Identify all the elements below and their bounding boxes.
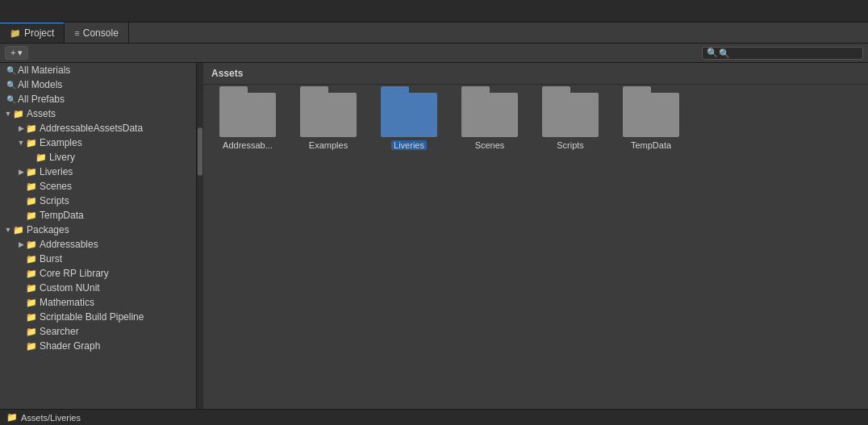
tree-scripts[interactable]: 📁 Scripts — [0, 194, 196, 208]
status-folder-icon: 📁 — [6, 412, 18, 423]
left-scroll-thumb — [198, 127, 202, 176]
mathematics-folder-icon: 📁 — [26, 298, 37, 308]
right-header: Assets — [203, 63, 868, 85]
all-materials-item[interactable]: 🔍 All Materials — [0, 63, 196, 77]
tree-shader-graph[interactable]: 📁 Shader Graph — [0, 339, 196, 353]
all-models-item[interactable]: 🔍 All Models — [0, 77, 196, 92]
scriptable-build-label: Scriptable Build Pipeline — [40, 311, 144, 323]
custom-nunit-folder-icon: 📁 — [26, 283, 37, 294]
toolbar: + ▾ 🔍 — [0, 44, 868, 63]
tree-custom-nunit[interactable]: 📁 Custom NUnit — [0, 281, 196, 295]
preview-bar — [0, 0, 868, 23]
liveries-folder-icon: 📁 — [26, 167, 37, 177]
asset-examples[interactable]: Examples — [292, 93, 365, 150]
examples-folder-3d — [300, 93, 357, 137]
tempdata-label: TempData — [40, 210, 84, 221]
addressables-pkg-arrow — [16, 240, 26, 248]
all-prefabs-item[interactable]: 🔍 All Prefabs — [0, 92, 196, 106]
scripts-folder-3d — [542, 93, 599, 137]
search-input[interactable] — [702, 47, 863, 60]
tree-burst[interactable]: 📁 Burst — [0, 252, 196, 266]
all-materials-label: All Materials — [18, 65, 70, 76]
tab-project[interactable]: 📁 Project — [0, 23, 65, 43]
examples-folder-icon: 📁 — [26, 138, 37, 148]
status-bar: 📁 Assets/Liveries — [0, 409, 868, 425]
tree-packages[interactable]: 📁 Packages — [0, 223, 196, 237]
console-tab-icon: ≡ — [74, 28, 79, 38]
liveries-asset-label: Liveries — [391, 140, 427, 150]
tree-livery[interactable]: 📁 Livery — [0, 150, 196, 165]
asset-scenes[interactable]: Scenes — [453, 93, 526, 150]
tree-core-rp[interactable]: 📁 Core RP Library — [0, 266, 196, 281]
mathematics-label: Mathematics — [40, 297, 94, 308]
tree-liveries[interactable]: 📁 Liveries — [0, 165, 196, 179]
tree-addressables-pkg[interactable]: 📁 Addressables — [0, 237, 196, 252]
examples-asset-label: Examples — [309, 140, 348, 150]
scenes-label: Scenes — [40, 181, 72, 192]
core-rp-label: Core RP Library — [40, 268, 109, 279]
liveries-label: Liveries — [40, 166, 73, 177]
left-panel: 🔍 All Materials 🔍 All Models 🔍 All Prefa… — [0, 63, 197, 409]
scriptable-build-folder-icon: 📁 — [26, 312, 37, 323]
scripts-folder-icon: 📁 — [26, 196, 37, 206]
examples-arrow — [16, 139, 26, 147]
shader-graph-folder-icon: 📁 — [26, 341, 37, 352]
tab-console[interactable]: ≡ Console — [65, 23, 128, 43]
tree-assets[interactable]: 📁 Assets — [0, 106, 196, 121]
tempdata-folder-3d — [623, 93, 679, 137]
searcher-label: Searcher — [40, 326, 79, 337]
project-tab-icon: 📁 — [10, 28, 21, 39]
tree-tempdata[interactable]: 📁 TempData — [0, 208, 196, 223]
tree-scriptable-build[interactable]: 📁 Scriptable Build Pipeline — [0, 310, 196, 324]
tab-console-label: Console — [83, 27, 119, 39]
tree-addressable[interactable]: 📁 AddressableAssetsData — [0, 121, 196, 135]
asset-liveries[interactable]: Liveries — [373, 93, 445, 150]
core-rp-folder-icon: 📁 — [26, 269, 37, 279]
right-header-label: Assets — [211, 68, 243, 79]
addressables-pkg-label: Addressables — [40, 239, 98, 250]
search-prefix-models: 🔍 — [6, 81, 16, 90]
addressable-label: AddressableAssetsData — [40, 123, 143, 134]
addressable-folder-icon: 📁 — [26, 123, 37, 134]
tree-searcher[interactable]: 📁 Searcher — [0, 324, 196, 339]
scenes-folder-3d — [461, 93, 518, 137]
tree-examples[interactable]: 📁 Examples — [0, 135, 196, 150]
tempdata-asset-label: TempData — [631, 140, 671, 150]
liveries-arrow — [16, 168, 26, 176]
main-content: 🔍 All Materials 🔍 All Models 🔍 All Prefa… — [0, 63, 868, 409]
liveries-folder-3d — [381, 93, 437, 137]
tab-bar: 📁 Project ≡ Console — [0, 23, 868, 44]
tree-scenes[interactable]: 📁 Scenes — [0, 179, 196, 194]
examples-label: Examples — [40, 137, 82, 148]
asset-addressable[interactable]: Addressab... — [211, 93, 284, 150]
search-icon: 🔍 — [707, 48, 718, 58]
shader-graph-label: Shader Graph — [40, 340, 100, 352]
asset-scripts[interactable]: Scripts — [534, 93, 607, 150]
livery-folder-icon: 📁 — [35, 152, 47, 163]
search-prefix-prefabs: 🔍 — [6, 95, 16, 104]
tempdata-folder-icon: 📁 — [26, 210, 37, 221]
tree-mathematics[interactable]: 📁 Mathematics — [0, 295, 196, 310]
packages-folder-icon: 📁 — [13, 225, 24, 235]
packages-arrow — [3, 226, 13, 234]
all-prefabs-label: All Prefabs — [18, 94, 65, 105]
assets-grid: Addressab... Examples Liveries Scenes Sc… — [203, 85, 868, 409]
scenes-asset-label: Scenes — [475, 140, 505, 150]
left-scrollbar[interactable] — [197, 63, 203, 409]
scripts-label: Scripts — [40, 195, 69, 206]
asset-tempdata[interactable]: TempData — [615, 93, 687, 150]
searcher-folder-icon: 📁 — [26, 327, 37, 337]
burst-label: Burst — [40, 253, 62, 265]
addressable-asset-label: Addressab... — [223, 140, 273, 150]
assets-label: Assets — [27, 108, 56, 119]
search-prefix-materials: 🔍 — [6, 66, 16, 75]
assets-folder-icon: 📁 — [13, 109, 24, 119]
assets-arrow — [3, 110, 13, 118]
tab-project-label: Project — [24, 27, 54, 39]
burst-folder-icon: 📁 — [26, 254, 37, 265]
livery-label: Livery — [49, 152, 75, 163]
custom-nunit-label: Custom NUnit — [40, 282, 100, 294]
packages-label: Packages — [27, 224, 69, 235]
status-path: Assets/Liveries — [21, 413, 81, 423]
add-button[interactable]: + ▾ — [5, 46, 28, 60]
